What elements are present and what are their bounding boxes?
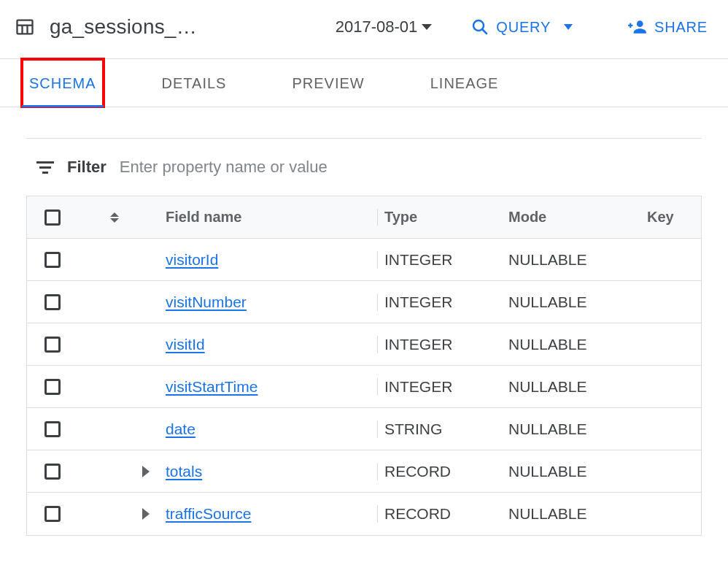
search-icon: [471, 18, 489, 36]
row-checkbox-cell: [27, 337, 78, 353]
tab-schema[interactable]: SCHEMA: [22, 59, 104, 107]
field-type-cell: STRING: [377, 420, 501, 438]
field-type-cell: INTEGER: [377, 378, 501, 396]
col-mode[interactable]: Mode: [501, 209, 640, 226]
field-type-cell: INTEGER: [377, 336, 501, 353]
row-checkbox-cell: [27, 421, 78, 437]
col-key[interactable]: Key: [640, 209, 698, 226]
caret-down-icon: [422, 24, 432, 30]
row-checkbox[interactable]: [44, 421, 61, 437]
table-row: visitorIdINTEGERNULLABLE: [27, 239, 701, 281]
svg-line-5: [482, 29, 487, 34]
tab-details[interactable]: DETAILS: [155, 59, 234, 107]
row-checkbox-cell: [27, 464, 78, 480]
field-type-cell: INTEGER: [377, 293, 501, 311]
field-name-link[interactable]: date: [166, 420, 195, 437]
row-checkbox[interactable]: [44, 337, 61, 353]
share-button[interactable]: SHARE: [622, 13, 713, 41]
row-checkbox-cell: [27, 506, 78, 522]
field-name-link[interactable]: visitStartTime: [166, 378, 257, 395]
col-type[interactable]: Type: [377, 209, 501, 226]
filter-label: Filter: [67, 158, 107, 177]
filter-icon: [36, 160, 54, 174]
field-mode-cell: NULLABLE: [501, 336, 640, 353]
tab-lineage[interactable]: LINEAGE: [423, 59, 506, 107]
date-partition-picker[interactable]: 2017-08-01: [331, 15, 437, 39]
field-type-cell: RECORD: [377, 463, 501, 480]
share-button-label: SHARE: [654, 19, 708, 36]
row-checkbox[interactable]: [44, 294, 61, 310]
svg-rect-8: [628, 25, 633, 26]
expand-toggle-icon[interactable]: [142, 508, 150, 520]
field-name-link[interactable]: totals: [166, 463, 202, 480]
field-name-link[interactable]: visitorId: [166, 251, 218, 268]
field-mode-cell: NULLABLE: [501, 378, 640, 396]
table-icon: [15, 17, 35, 37]
table-row: totalsRECORDNULLABLE: [27, 450, 701, 493]
field-name-link[interactable]: visitId: [166, 336, 205, 353]
select-all-cell: [27, 210, 78, 226]
row-checkbox[interactable]: [44, 252, 61, 268]
filter-input[interactable]: [120, 155, 692, 180]
tab-preview[interactable]: PREVIEW: [284, 59, 371, 107]
field-name-cell: date: [158, 420, 377, 438]
schema-panel: Filter Field name Type Mode Key visitorI…: [0, 107, 728, 536]
svg-rect-10: [39, 166, 51, 169]
query-button-label: QUERY: [496, 19, 551, 36]
row-checkbox-cell: [27, 252, 78, 268]
svg-point-6: [637, 20, 643, 27]
field-mode-cell: NULLABLE: [501, 463, 640, 480]
field-mode-cell: NULLABLE: [501, 293, 640, 311]
row-checkbox-cell: [27, 379, 78, 395]
table-row: visitIdINTEGERNULLABLE: [27, 323, 701, 366]
caret-down-icon: [564, 24, 573, 30]
table-header-row: Field name Type Mode Key: [27, 196, 701, 239]
field-name-cell: totals: [158, 463, 377, 480]
sort-toggle-cell[interactable]: [78, 212, 158, 223]
field-mode-cell: NULLABLE: [501, 505, 640, 523]
table-row: trafficSourceRECORDNULLABLE: [27, 493, 701, 535]
tabs: SCHEMA DETAILS PREVIEW LINEAGE: [0, 58, 728, 107]
field-type-cell: INTEGER: [377, 251, 501, 269]
query-button[interactable]: QUERY: [465, 14, 578, 40]
field-name-cell: visitNumber: [158, 293, 377, 311]
svg-rect-9: [36, 161, 54, 164]
date-partition-value: 2017-08-01: [336, 18, 418, 36]
svg-rect-11: [42, 172, 48, 174]
field-name-cell: visitId: [158, 336, 377, 353]
field-name-link[interactable]: trafficSource: [166, 505, 252, 522]
row-checkbox[interactable]: [44, 464, 61, 480]
schema-table: Field name Type Mode Key visitorIdINTEGE…: [26, 196, 702, 536]
expand-toggle-icon[interactable]: [142, 466, 150, 477]
header-bar: ga_sessions_… 2017-08-01 QUERY SHARE: [0, 0, 728, 58]
row-checkbox-cell: [27, 294, 78, 310]
field-mode-cell: NULLABLE: [501, 251, 640, 269]
row-checkbox[interactable]: [44, 379, 61, 395]
table-row: dateSTRINGNULLABLE: [27, 408, 701, 450]
field-name-cell: visitStartTime: [158, 378, 377, 396]
expand-cell: [78, 508, 158, 520]
sort-icon: [85, 212, 144, 223]
select-all-checkbox[interactable]: [44, 210, 61, 226]
col-field-name[interactable]: Field name: [158, 209, 377, 226]
table-row: visitNumberINTEGERNULLABLE: [27, 281, 701, 323]
field-type-cell: RECORD: [377, 505, 501, 523]
row-checkbox[interactable]: [44, 506, 61, 522]
expand-cell: [78, 466, 158, 477]
field-name-link[interactable]: visitNumber: [166, 293, 247, 310]
field-name-cell: visitorId: [158, 251, 377, 269]
person-add-icon: [628, 18, 647, 36]
page-title: ga_sessions_…: [50, 15, 197, 39]
filter-bar: Filter: [26, 139, 702, 196]
field-name-cell: trafficSource: [158, 505, 377, 523]
table-row: visitStartTimeINTEGERNULLABLE: [27, 366, 701, 408]
field-mode-cell: NULLABLE: [501, 420, 640, 438]
svg-rect-0: [18, 20, 33, 34]
